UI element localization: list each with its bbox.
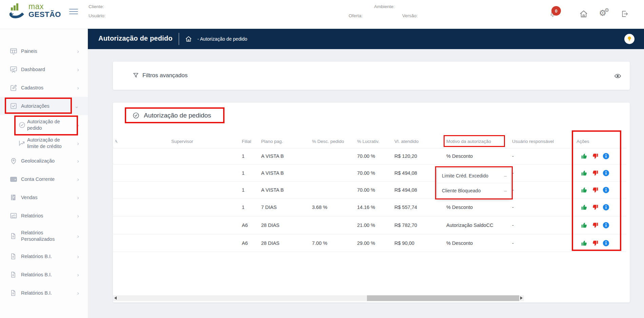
- hamburger-menu-icon[interactable]: [69, 9, 78, 15]
- sidebar-item-paineis[interactable]: Paineis ›: [0, 42, 88, 60]
- line-chart-icon: [18, 140, 26, 147]
- notifications-button[interactable]: 0: [549, 6, 564, 20]
- cell-acoes: [577, 204, 626, 211]
- info-icon[interactable]: [602, 169, 610, 177]
- cell-filial: A6: [242, 222, 261, 228]
- cell-plano-pag: A VISTA B: [261, 187, 312, 193]
- check-circle-icon: [132, 112, 140, 119]
- approve-thumbs-up-icon[interactable]: [581, 204, 588, 211]
- settings-gears-icon[interactable]: ⚙⚙: [599, 9, 606, 17]
- popup-option-label: Cliente Bloqueado: [442, 188, 481, 193]
- approve-thumbs-up-icon[interactable]: [581, 152, 588, 160]
- chevron-icon: ›: [77, 254, 79, 259]
- cell-plano-pag: A VISTA B: [261, 153, 312, 159]
- sidebar-item-dashboard[interactable]: Dashboard ›: [0, 60, 88, 79]
- info-icon[interactable]: [602, 186, 610, 194]
- cell-filial: 1: [242, 205, 261, 210]
- sidebar-item-relatorios-personalizados[interactable]: Relatórios Personalizados ›: [0, 225, 88, 247]
- popup-option-cliente-bloqueado[interactable]: Cliente Bloqueado –: [437, 183, 511, 198]
- sidebar-item-label: Geolocalização: [21, 158, 70, 164]
- breadcrumb: - Autorização de pedido: [197, 36, 247, 42]
- table-row: 3 1 7 DIAS 3.68 % 14.16 % R$ 557,74 % De…: [113, 198, 626, 216]
- info-icon[interactable]: [602, 152, 610, 160]
- report-chart-icon: [9, 212, 18, 220]
- sidebar-item-autorizacoes[interactable]: Autorizações ⌄: [0, 97, 88, 115]
- reject-thumbs-down-icon[interactable]: [591, 239, 599, 247]
- cell-clipped: 3: [113, 153, 171, 159]
- document-icon: [9, 252, 18, 260]
- cliente-label: Cliente:: [89, 4, 104, 9]
- sidebar-item-autorizacao-de-limite-de-credito[interactable]: Autorização de limite de crédito ›: [0, 135, 88, 152]
- table-row: 3 1 A VISTA B 70.00 % R$ 494,08 -: [113, 182, 626, 198]
- logo-text-max: max: [28, 2, 44, 11]
- approve-thumbs-up-icon[interactable]: [581, 221, 588, 229]
- sidebar-item-relatorios-bi-3[interactable]: Relatórios B.I. ›: [0, 284, 88, 302]
- popup-option-dash: –: [504, 188, 507, 193]
- sidebar-item-vendas[interactable]: Vendas ›: [0, 188, 88, 207]
- reject-thumbs-down-icon[interactable]: [591, 221, 599, 229]
- reject-thumbs-down-icon[interactable]: [591, 204, 599, 211]
- sidebar-item-cadastros[interactable]: Cadastros ›: [0, 79, 88, 97]
- sidebar-items: Paineis › Dashboard › Cadastros › Autori…: [0, 42, 88, 302]
- cell-desc-pedido: 3.68 %: [312, 205, 357, 210]
- cell-vl-atendido: R$ 90,00: [394, 240, 446, 246]
- table-row: 3 A6 28 DIAS 7.00 % 29.00 % R$ 90,00 % D…: [113, 234, 626, 252]
- eye-icon[interactable]: [614, 72, 622, 80]
- cell-filial: A6: [242, 240, 261, 246]
- sidebar-item-relatorios-bi-2[interactable]: Relatórios B.I. ›: [0, 266, 88, 284]
- sidebar-item-conta-corrente[interactable]: Conta Corrente ›: [0, 170, 88, 188]
- chevron-icon: ›: [77, 233, 79, 239]
- column-filial: Filial: [242, 139, 261, 144]
- edit-square-icon: [9, 84, 18, 92]
- table-row: 3 1 A VISTA B 70.00 % R$ 494,08 -: [113, 165, 626, 182]
- scrollbar-thumb[interactable]: [367, 295, 519, 301]
- approve-thumbs-up-icon[interactable]: [581, 169, 588, 177]
- cell-lucrativ: 70.00 %: [357, 170, 394, 176]
- sidebar-item-autorizacao-de-pedido[interactable]: Autorização de pedido ›: [0, 115, 88, 135]
- cell-motivo: % Desconto: [446, 240, 512, 246]
- filter-funnel-icon: [132, 72, 139, 79]
- invoice-icon: [9, 193, 18, 202]
- cell-acoes: [577, 169, 626, 177]
- chevron-icon: ⌄: [74, 103, 79, 109]
- cell-plano-pag: 28 DIAS: [261, 222, 312, 228]
- sidebar-item-relatorios-bi-1[interactable]: Relatórios B.I. ›: [0, 247, 88, 266]
- help-lightbulb-button[interactable]: [624, 34, 635, 44]
- scrollbar-right-arrow[interactable]: [520, 296, 523, 300]
- column-usuario-responsavel: Usuário responsável: [512, 139, 577, 144]
- cell-clipped: 3: [113, 240, 171, 246]
- logout-icon[interactable]: [620, 9, 629, 18]
- advanced-filters-header[interactable]: Filtros avançados: [113, 62, 630, 90]
- sidebar-item-relatorios[interactable]: Relatórios ›: [0, 207, 88, 225]
- page-title: Autorização de pedido: [98, 35, 173, 42]
- cell-acoes: [577, 221, 626, 229]
- column-plano-pag: Plano pag.: [261, 139, 312, 144]
- reject-thumbs-down-icon[interactable]: [591, 169, 599, 177]
- cell-clipped: 3: [113, 204, 171, 210]
- info-icon[interactable]: [602, 204, 610, 211]
- scrollbar-left-arrow[interactable]: [114, 296, 117, 300]
- motivo-dropdown-popup: Limite Créd. Excedido – Cliente Bloquead…: [437, 168, 511, 198]
- home-button[interactable]: [579, 9, 588, 19]
- sidebar-item-label: Conta Corrente: [21, 176, 70, 183]
- sidebar-item-label: Cadastros: [21, 85, 70, 91]
- horizontal-scrollbar[interactable]: [113, 295, 524, 301]
- reject-thumbs-down-icon[interactable]: [591, 186, 599, 194]
- cell-vl-atendido: R$ 557,74: [394, 205, 446, 210]
- column-clipped: A: [113, 139, 171, 144]
- cell-lucrativ: 29.00 %: [357, 240, 394, 246]
- chevron-icon: ›: [77, 272, 79, 278]
- top-bar: max GESTÃO Cliente: Usuário: Ambiente: O…: [0, 0, 644, 29]
- sidebar-item-geolocalizacao[interactable]: Geolocalização ›: [0, 152, 88, 170]
- chevron-icon: ›: [77, 67, 79, 72]
- document-icon: [9, 232, 18, 240]
- sidebar-item-label: Autorizações: [21, 103, 70, 109]
- grid-title: Autorização de pedidos: [144, 112, 211, 119]
- info-icon[interactable]: [602, 221, 610, 229]
- approve-thumbs-up-icon[interactable]: [581, 239, 588, 247]
- breadcrumb-home-icon[interactable]: [185, 35, 192, 43]
- approve-thumbs-up-icon[interactable]: [581, 186, 588, 194]
- reject-thumbs-down-icon[interactable]: [591, 152, 599, 160]
- popup-option-limite-cred-excedido[interactable]: Limite Créd. Excedido –: [437, 168, 511, 183]
- info-icon[interactable]: [602, 239, 610, 247]
